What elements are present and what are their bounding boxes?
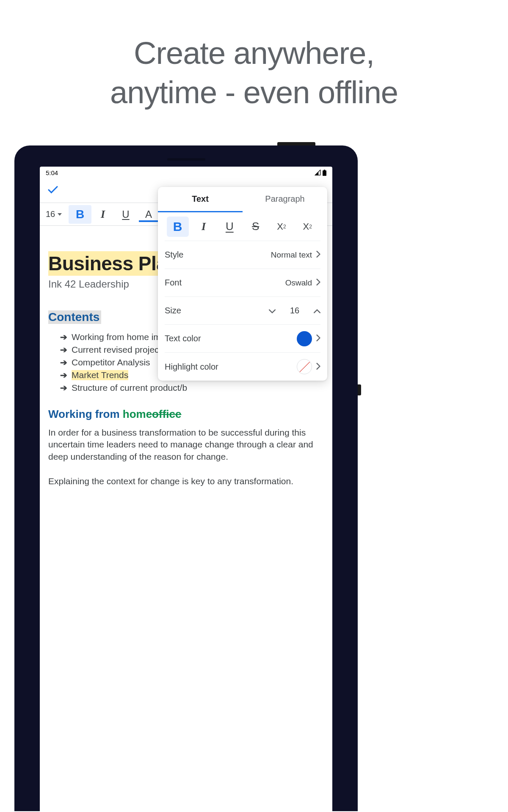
- chevron-right-icon: [316, 278, 320, 288]
- popup-subscript-button[interactable]: X2: [296, 217, 318, 237]
- battery-icon: [323, 170, 326, 176]
- size-value: 16: [288, 306, 301, 315]
- screen: 5:04 16 B I U A Business Plan Ink 42 Lea…: [40, 167, 332, 811]
- check-icon: [47, 184, 59, 196]
- popup-strike-button[interactable]: S: [245, 217, 267, 237]
- text-format-popup: Text Paragraph B I U S X2 X2 Style Norma…: [158, 187, 327, 381]
- highlight-color-row[interactable]: Highlight color: [165, 353, 320, 381]
- chevron-down-icon: [269, 309, 276, 313]
- size-label: Size: [165, 306, 181, 315]
- tab-text[interactable]: Text: [158, 187, 243, 212]
- popup-format-row: B I U S X2 X2: [165, 212, 320, 241]
- underline-button[interactable]: U: [114, 205, 137, 224]
- size-row: Size 16: [165, 297, 320, 325]
- tab-paragraph[interactable]: Paragraph: [243, 187, 327, 212]
- marketing-headline: Create anywhere, anytime - even offline: [0, 0, 508, 112]
- section-heading[interactable]: Working from homeoffice: [48, 408, 324, 421]
- svg-rect-0: [323, 170, 326, 176]
- size-increase-button[interactable]: [314, 306, 320, 315]
- device-notch: [167, 158, 205, 161]
- text-color-label: Text color: [165, 334, 201, 343]
- bold-button[interactable]: B: [69, 205, 91, 224]
- section-heading-home: home: [123, 408, 152, 420]
- arrow-icon: ➔: [60, 357, 67, 368]
- status-time: 5:04: [46, 169, 58, 176]
- text-color-swatch: [297, 331, 312, 346]
- highlight-color-label: Highlight color: [165, 362, 218, 372]
- popup-tabs: Text Paragraph: [158, 187, 327, 212]
- popup-italic-button[interactable]: I: [193, 217, 215, 237]
- style-label: Style: [165, 250, 183, 260]
- list-item-label: Market Trends: [72, 370, 128, 380]
- popup-bold-button[interactable]: B: [167, 217, 189, 237]
- arrow-icon: ➔: [60, 332, 67, 342]
- chevron-right-icon: [316, 362, 320, 372]
- text-color-button[interactable]: A: [137, 205, 160, 224]
- font-label: Font: [165, 278, 182, 288]
- style-row[interactable]: Style Normal text: [165, 241, 320, 269]
- arrow-icon: ➔: [60, 345, 67, 355]
- body-paragraph-1[interactable]: In order for a business transformation t…: [48, 427, 324, 463]
- arrow-icon: ➔: [60, 370, 67, 380]
- italic-button[interactable]: I: [91, 205, 114, 224]
- section-heading-prefix: Working from: [48, 408, 123, 420]
- chevron-right-icon: [316, 334, 320, 343]
- font-value: Oswald: [285, 278, 312, 288]
- style-value: Normal text: [271, 250, 312, 260]
- chevron-right-icon: [316, 250, 320, 260]
- list-item[interactable]: ➔Structure of current product/b: [48, 381, 324, 394]
- highlight-color-swatch: [297, 359, 312, 374]
- device-side-button: [358, 384, 361, 395]
- svg-rect-1: [324, 170, 326, 170]
- signal-icon: [315, 170, 321, 176]
- arrow-icon: ➔: [60, 383, 67, 393]
- device-top-button: [277, 142, 315, 145]
- popup-superscript-button[interactable]: X2: [271, 217, 293, 237]
- chevron-up-icon: [314, 309, 320, 313]
- contents-heading[interactable]: Contents: [48, 310, 101, 324]
- list-item-label: Structure of current product/b: [72, 383, 187, 393]
- section-heading-strike: office: [152, 408, 181, 420]
- text-color-row[interactable]: Text color: [165, 325, 320, 353]
- headline-line1: Create anywhere,: [134, 36, 374, 71]
- font-row[interactable]: Font Oswald: [165, 269, 320, 297]
- status-bar: 5:04: [40, 167, 332, 178]
- body-paragraph-2[interactable]: Explaining the context for change is key…: [48, 475, 324, 487]
- list-item-label: Competitor Analysis: [72, 357, 150, 368]
- popup-underline-button[interactable]: U: [218, 217, 240, 237]
- caret-down-icon: [58, 213, 62, 216]
- font-size-value: 16: [46, 209, 55, 219]
- confirm-button[interactable]: [47, 184, 59, 198]
- status-icons: [315, 170, 326, 176]
- headline-line2: anytime - even offline: [110, 75, 398, 110]
- size-decrease-button[interactable]: [269, 306, 276, 315]
- font-size-selector[interactable]: 16: [44, 209, 69, 219]
- tablet-frame: 5:04 16 B I U A Business Plan Ink 42 Lea…: [14, 145, 358, 811]
